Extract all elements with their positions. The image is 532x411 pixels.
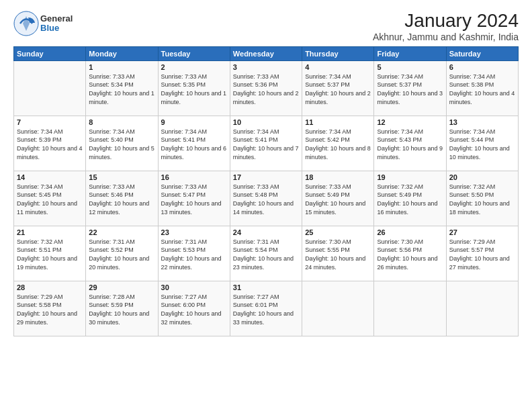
day-info: Sunrise: 7:34 AMSunset: 5:37 PMDaylight:… (305, 73, 371, 106)
day-info: Sunrise: 7:29 AMSunset: 5:57 PMDaylight:… (449, 238, 515, 271)
logo-general-text: General (40, 14, 73, 24)
day-number: 31 (233, 283, 299, 291)
day-info: Sunrise: 7:34 AMSunset: 5:42 PMDaylight:… (305, 128, 371, 161)
day-number: 26 (377, 228, 443, 236)
day-number: 28 (17, 283, 83, 291)
day-info: Sunrise: 7:34 AMSunset: 5:44 PMDaylight:… (449, 128, 515, 161)
day-number: 12 (377, 118, 443, 126)
week-row-2: 14Sunrise: 7:34 AMSunset: 5:45 PMDayligh… (14, 171, 519, 226)
day-info: Sunrise: 7:34 AMSunset: 5:45 PMDaylight:… (17, 183, 83, 216)
day-info: Sunrise: 7:29 AMSunset: 5:58 PMDaylight:… (17, 293, 83, 326)
day-info: Sunrise: 7:33 AMSunset: 5:35 PMDaylight:… (161, 73, 227, 106)
day-cell: 1Sunrise: 7:33 AMSunset: 5:34 PMDaylight… (86, 60, 158, 116)
day-cell: 30Sunrise: 7:27 AMSunset: 6:00 PMDayligh… (158, 281, 230, 336)
day-cell: 7Sunrise: 7:34 AMSunset: 5:39 PMDaylight… (14, 116, 86, 171)
day-cell: 16Sunrise: 7:33 AMSunset: 5:47 PMDayligh… (158, 171, 230, 226)
day-info: Sunrise: 7:33 AMSunset: 5:34 PMDaylight:… (89, 73, 154, 106)
col-saturday: Saturday (446, 46, 518, 60)
day-number: 27 (449, 228, 515, 236)
day-cell: 10Sunrise: 7:34 AMSunset: 5:41 PMDayligh… (230, 116, 302, 171)
day-number: 7 (17, 118, 83, 126)
day-number: 25 (305, 228, 371, 236)
logo-text: General Blue (40, 14, 73, 34)
day-cell: 29Sunrise: 7:28 AMSunset: 5:59 PMDayligh… (86, 281, 158, 336)
day-number: 2 (161, 63, 227, 71)
day-number: 10 (233, 118, 299, 126)
day-number: 19 (377, 173, 443, 181)
day-info: Sunrise: 7:32 AMSunset: 5:51 PMDaylight:… (17, 238, 83, 271)
day-number: 9 (161, 118, 227, 126)
day-info: Sunrise: 7:33 AMSunset: 5:46 PMDaylight:… (89, 183, 154, 216)
week-row-1: 7Sunrise: 7:34 AMSunset: 5:39 PMDaylight… (14, 116, 519, 171)
day-cell: 17Sunrise: 7:33 AMSunset: 5:48 PMDayligh… (230, 171, 302, 226)
day-info: Sunrise: 7:32 AMSunset: 5:49 PMDaylight:… (377, 183, 443, 216)
day-number: 20 (449, 173, 515, 181)
day-cell: 20Sunrise: 7:32 AMSunset: 5:50 PMDayligh… (446, 171, 518, 226)
day-info: Sunrise: 7:34 AMSunset: 5:37 PMDaylight:… (377, 73, 443, 106)
main-title: January 2024 (373, 11, 519, 32)
day-info: Sunrise: 7:31 AMSunset: 5:54 PMDaylight:… (233, 238, 299, 271)
day-cell: 28Sunrise: 7:29 AMSunset: 5:58 PMDayligh… (14, 281, 86, 336)
day-cell: 9Sunrise: 7:34 AMSunset: 5:41 PMDaylight… (158, 116, 230, 171)
col-sunday: Sunday (14, 46, 86, 60)
day-number: 15 (89, 173, 154, 181)
day-number: 16 (161, 173, 227, 181)
day-number: 22 (89, 228, 154, 236)
day-number: 23 (161, 228, 227, 236)
day-number: 30 (161, 283, 227, 291)
day-info: Sunrise: 7:34 AMSunset: 5:38 PMDaylight:… (449, 73, 515, 106)
day-info: Sunrise: 7:33 AMSunset: 5:36 PMDaylight:… (233, 73, 299, 106)
header-row: Sunday Monday Tuesday Wednesday Thursday… (14, 46, 519, 60)
title-section: January 2024 Akhnur, Jammu and Kashmir, … (373, 11, 519, 42)
day-cell: 13Sunrise: 7:34 AMSunset: 5:44 PMDayligh… (446, 116, 518, 171)
day-info: Sunrise: 7:30 AMSunset: 5:56 PMDaylight:… (377, 238, 443, 271)
day-cell: 26Sunrise: 7:30 AMSunset: 5:56 PMDayligh… (374, 226, 446, 281)
day-info: Sunrise: 7:30 AMSunset: 5:55 PMDaylight:… (305, 238, 371, 271)
day-info: Sunrise: 7:34 AMSunset: 5:41 PMDaylight:… (233, 128, 299, 161)
day-info: Sunrise: 7:33 AMSunset: 5:47 PMDaylight:… (161, 183, 227, 216)
col-friday: Friday (374, 46, 446, 60)
day-cell (374, 281, 446, 336)
day-cell: 24Sunrise: 7:31 AMSunset: 5:54 PMDayligh… (230, 226, 302, 281)
day-number: 24 (233, 228, 299, 236)
day-cell: 8Sunrise: 7:34 AMSunset: 5:40 PMDaylight… (86, 116, 158, 171)
col-thursday: Thursday (302, 46, 374, 60)
day-cell: 12Sunrise: 7:34 AMSunset: 5:43 PMDayligh… (374, 116, 446, 171)
day-cell: 23Sunrise: 7:31 AMSunset: 5:53 PMDayligh… (158, 226, 230, 281)
day-number: 21 (17, 228, 83, 236)
day-cell: 11Sunrise: 7:34 AMSunset: 5:42 PMDayligh… (302, 116, 374, 171)
week-row-3: 21Sunrise: 7:32 AMSunset: 5:51 PMDayligh… (14, 226, 519, 281)
day-cell (14, 60, 86, 116)
day-number: 11 (305, 118, 371, 126)
day-cell: 2Sunrise: 7:33 AMSunset: 5:35 PMDaylight… (158, 60, 230, 116)
day-cell: 25Sunrise: 7:30 AMSunset: 5:55 PMDayligh… (302, 226, 374, 281)
day-cell: 4Sunrise: 7:34 AMSunset: 5:37 PMDaylight… (302, 60, 374, 116)
logo: General Blue (13, 11, 73, 36)
col-monday: Monday (86, 46, 158, 60)
day-number: 17 (233, 173, 299, 181)
col-tuesday: Tuesday (158, 46, 230, 60)
page: General Blue January 2024 Akhnur, Jammu … (0, 0, 532, 411)
day-number: 3 (233, 63, 299, 71)
day-number: 29 (89, 283, 154, 291)
day-cell: 5Sunrise: 7:34 AMSunset: 5:37 PMDaylight… (374, 60, 446, 116)
week-row-0: 1Sunrise: 7:33 AMSunset: 5:34 PMDaylight… (14, 60, 519, 116)
day-info: Sunrise: 7:28 AMSunset: 5:59 PMDaylight:… (89, 293, 154, 326)
day-cell: 27Sunrise: 7:29 AMSunset: 5:57 PMDayligh… (446, 226, 518, 281)
day-number: 4 (305, 63, 371, 71)
day-cell: 18Sunrise: 7:33 AMSunset: 5:49 PMDayligh… (302, 171, 374, 226)
day-info: Sunrise: 7:34 AMSunset: 5:41 PMDaylight:… (161, 128, 227, 161)
col-wednesday: Wednesday (230, 46, 302, 60)
day-info: Sunrise: 7:27 AMSunset: 6:01 PMDaylight:… (233, 293, 299, 326)
day-info: Sunrise: 7:33 AMSunset: 5:48 PMDaylight:… (233, 183, 299, 216)
day-cell: 31Sunrise: 7:27 AMSunset: 6:01 PMDayligh… (230, 281, 302, 336)
day-info: Sunrise: 7:34 AMSunset: 5:43 PMDaylight:… (377, 128, 443, 161)
logo-blue-text: Blue (40, 24, 73, 33)
day-cell: 22Sunrise: 7:31 AMSunset: 5:52 PMDayligh… (86, 226, 158, 281)
day-info: Sunrise: 7:34 AMSunset: 5:39 PMDaylight:… (17, 128, 83, 161)
day-info: Sunrise: 7:31 AMSunset: 5:53 PMDaylight:… (161, 238, 227, 271)
day-info: Sunrise: 7:27 AMSunset: 6:00 PMDaylight:… (161, 293, 227, 326)
day-info: Sunrise: 7:34 AMSunset: 5:40 PMDaylight:… (89, 128, 154, 161)
day-cell: 3Sunrise: 7:33 AMSunset: 5:36 PMDaylight… (230, 60, 302, 116)
day-number: 18 (305, 173, 371, 181)
